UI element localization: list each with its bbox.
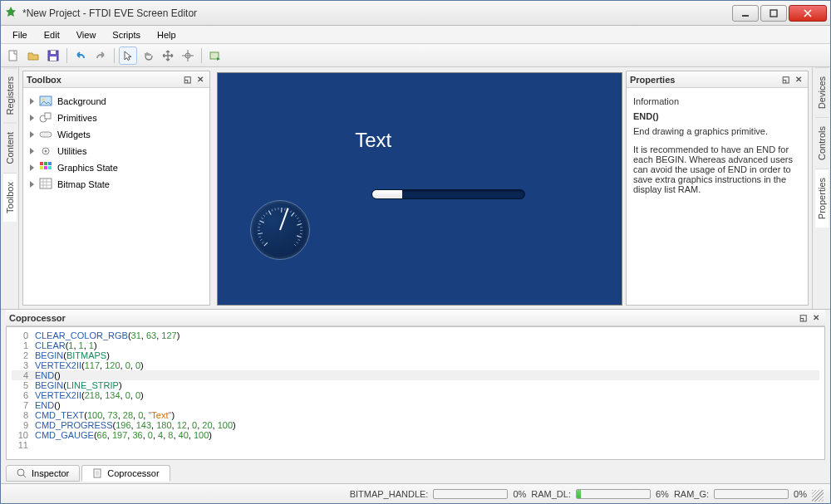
- window-titlebar: *New Project - FTDI EVE Screen Editor: [1, 1, 830, 26]
- toolbox-item-graphics-state[interactable]: Graphics State: [27, 159, 206, 176]
- gauge-ticks: [254, 204, 306, 256]
- tab-inspector[interactable]: Inspector: [6, 465, 80, 482]
- code-line[interactable]: 2BEGIN(BITMAPS): [12, 350, 819, 360]
- maximize-button[interactable]: [760, 5, 787, 22]
- svg-line-34: [268, 211, 271, 215]
- code-line[interactable]: 0CLEAR_COLOR_RGB(31, 63, 127): [12, 330, 819, 340]
- svg-line-35: [272, 209, 273, 212]
- toolbox-item-utilities[interactable]: Utilities: [27, 143, 206, 159]
- expand-icon[interactable]: [30, 98, 34, 105]
- code-line[interactable]: 6VERTEX2II(218, 134, 0, 0): [12, 390, 819, 400]
- svg-line-46: [297, 224, 302, 226]
- properties-desc2: It is recommended to have an END for eac…: [633, 144, 801, 194]
- toolbox-item-widgets[interactable]: Widgets: [27, 126, 206, 143]
- menu-bar: FileEditViewScriptsHelp: [1, 26, 830, 44]
- menu-edit[interactable]: Edit: [37, 28, 66, 42]
- expand-icon[interactable]: [30, 164, 34, 171]
- minimize-button[interactable]: [732, 5, 759, 22]
- run-button[interactable]: [206, 46, 224, 65]
- sidetab-registers[interactable]: Registers: [3, 67, 17, 123]
- sidetab-toolbox[interactable]: Toolbox: [3, 173, 17, 222]
- main-toolbar: [1, 44, 830, 67]
- close-button[interactable]: [789, 5, 827, 22]
- svg-line-24: [260, 240, 263, 241]
- svg-line-25: [258, 237, 261, 237]
- properties-panel: Properties ◱ ✕ Information END() End dra…: [626, 71, 809, 306]
- right-sidebar-tabs: DevicesControlsProperties: [812, 67, 830, 309]
- code-line[interactable]: 4END(): [12, 370, 819, 380]
- svg-line-31: [261, 218, 263, 220]
- undo-button[interactable]: [71, 46, 90, 65]
- svg-line-22: [264, 243, 268, 247]
- sidetab-content[interactable]: Content: [3, 123, 17, 173]
- svg-line-52: [296, 242, 297, 244]
- svg-rect-5: [50, 56, 57, 61]
- status-ramdl-label: RAM_DL:: [531, 489, 571, 499]
- panel-float-icon[interactable]: ◱: [797, 312, 809, 324]
- new-file-button[interactable]: [4, 46, 22, 65]
- hand-tool-button[interactable]: [139, 46, 157, 65]
- coprocessor-title: Coprocessor: [9, 313, 66, 323]
- expand-icon[interactable]: [30, 181, 34, 188]
- svg-line-43: [295, 215, 297, 217]
- widget-icon: [39, 128, 52, 141]
- screen-canvas[interactable]: Text: [217, 72, 622, 306]
- redo-button[interactable]: [91, 46, 110, 65]
- tab-coprocessor[interactable]: Coprocessor: [81, 465, 170, 482]
- code-line[interactable]: 8CMD_TEXT(100, 73, 28, 0, "Text"): [12, 410, 819, 420]
- panel-close-icon[interactable]: ✕: [810, 312, 822, 324]
- svg-line-36: [275, 208, 276, 211]
- toolbox-panel: Toolbox ◱ ✕ BackgroundPrimitivesWidgetsU…: [22, 71, 210, 306]
- tab-coprocessor-label: Coprocessor: [107, 468, 159, 478]
- expand-icon[interactable]: [30, 148, 34, 154]
- code-line[interactable]: 5BEGIN(LINE_STRIP): [12, 380, 819, 390]
- menu-view[interactable]: View: [70, 28, 103, 42]
- properties-desc1: End drawing a graphics primitive.: [633, 126, 801, 136]
- menu-file[interactable]: File: [6, 28, 34, 42]
- svg-rect-1: [770, 10, 777, 17]
- svg-line-33: [266, 213, 268, 214]
- svg-rect-21: [40, 179, 52, 188]
- pointer-tool-button[interactable]: [119, 46, 137, 65]
- expand-icon[interactable]: [30, 115, 34, 121]
- panel-close-icon[interactable]: ✕: [194, 74, 206, 86]
- app-icon: [4, 7, 17, 20]
- code-line[interactable]: 9CMD_PROGRESS(196, 143, 180, 12, 0, 20, …: [12, 420, 819, 430]
- panel-float-icon[interactable]: ◱: [181, 74, 193, 86]
- expand-icon[interactable]: [30, 131, 34, 138]
- panel-close-icon[interactable]: ✕: [793, 74, 804, 86]
- toolbox-item-label: Primitives: [57, 113, 97, 123]
- svg-line-44: [297, 218, 298, 220]
- toolbox-item-primitives[interactable]: Primitives: [27, 110, 206, 126]
- properties-cmd: END(): [633, 111, 801, 121]
- code-line[interactable]: 10CMD_GAUGE(66, 197, 36, 0, 4, 8, 40, 10…: [12, 430, 819, 440]
- text-widget[interactable]: Text: [355, 129, 391, 152]
- toolbox-item-bitmap-state[interactable]: Bitmap State: [27, 176, 206, 193]
- toolbox-item-label: Utilities: [57, 146, 86, 156]
- svg-rect-2: [9, 51, 17, 61]
- move-tool-button[interactable]: [159, 46, 177, 65]
- menu-help[interactable]: Help: [150, 28, 183, 42]
- resize-grip[interactable]: [812, 490, 824, 502]
- svg-line-26: [258, 233, 263, 234]
- left-sidebar-tabs: RegistersContentToolbox: [1, 67, 19, 309]
- sidetab-devices[interactable]: Devices: [815, 67, 829, 117]
- crosshair-tool-button[interactable]: [179, 46, 197, 65]
- code-line[interactable]: 11: [12, 440, 819, 450]
- coprocessor-editor[interactable]: 0CLEAR_COLOR_RGB(31, 63, 127)1CLEAR(1, 1…: [6, 326, 825, 460]
- code-line[interactable]: 1CLEAR(1, 1, 1): [12, 340, 819, 350]
- coprocessor-panel: Coprocessor ◱ ✕ 0CLEAR_COLOR_RGB(31, 63,…: [1, 309, 830, 483]
- menu-scripts[interactable]: Scripts: [106, 28, 147, 42]
- code-line[interactable]: 3VERTEX2II(117, 120, 0, 0): [12, 360, 819, 370]
- toolbox-item-background[interactable]: Background: [27, 93, 206, 110]
- gauge-widget[interactable]: [250, 200, 310, 260]
- save-button[interactable]: [44, 46, 62, 65]
- sidetab-properties[interactable]: Properties: [815, 169, 829, 228]
- svg-point-9: [42, 99, 45, 101]
- status-ramg-pct: 0%: [794, 489, 807, 499]
- sidetab-controls[interactable]: Controls: [815, 117, 829, 169]
- panel-float-icon[interactable]: ◱: [779, 74, 791, 86]
- progress-widget[interactable]: [371, 189, 525, 199]
- open-file-button[interactable]: [24, 46, 42, 65]
- code-line[interactable]: 7END(): [12, 400, 819, 410]
